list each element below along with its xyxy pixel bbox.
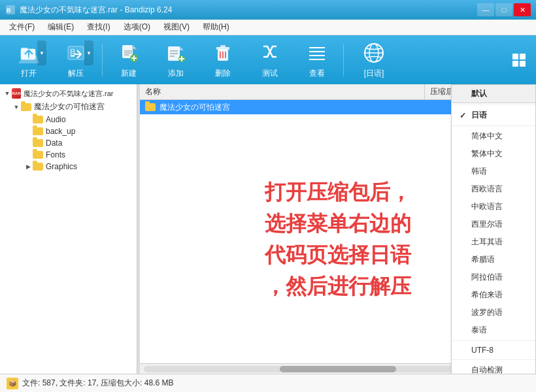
svg-marker-13 [133, 45, 137, 49]
extract-dropdown-arrow[interactable]: ▼ [84, 41, 93, 65]
titlebar: B 魔法少女の不気味な迷宫.rar - Bandizip 6.24 — □ ✕ [0, 0, 536, 20]
test-button[interactable]: 测试 [248, 39, 292, 81]
svg-rect-45 [520, 54, 526, 59]
tree-arrow-graphics: ▶ [24, 162, 33, 171]
menubar: 文件(F) 编辑(E) 查找(I) 选项(O) 视图(V) 帮助(H) [0, 20, 536, 35]
dropdown-item-arabic[interactable]: 阿拉伯语 [452, 269, 535, 286]
statusbar: 📦 文件: 587, 文件夹: 17, 压缩包大小: 48.6 MB [0, 374, 536, 392]
tree-item-root-folder[interactable]: ▼ 魔法少女の可怕迷宫 [0, 100, 137, 114]
add-button[interactable]: 添加 [154, 39, 198, 81]
open-dropdown-arrow[interactable]: ▼ [37, 41, 46, 65]
add-label: 添加 [168, 68, 184, 79]
svg-rect-46 [512, 61, 518, 67]
tree-item-data[interactable]: ▶ Data [0, 137, 137, 149]
file-cell-name: 魔法少女の可怕迷宫 [140, 100, 425, 114]
file-folder-icon [145, 103, 156, 111]
view-label: 查看 [309, 68, 325, 79]
tree-item-fonts[interactable]: ▶ Fonts [0, 149, 137, 161]
delete-button[interactable]: 删除 [201, 39, 245, 81]
overlay-text: 打开压缩包后，选择菜单右边的代码页选择日语，然后进行解压 [252, 163, 424, 315]
toolbar-sep-2 [343, 44, 344, 76]
add-icon [163, 41, 188, 65]
tree-arrow-rar: ▼ [3, 89, 12, 98]
graphics-folder-icon [33, 163, 43, 171]
dropdown-item-traditional-chinese[interactable]: 繁体中文 [452, 145, 535, 163]
dropdown-sep-1 [452, 125, 535, 126]
tree-rar-label: 魔法少女の不気味な迷宫.rar [24, 89, 114, 99]
extract-button[interactable]: ▼ 解压 [54, 39, 98, 81]
tree-data-label: Data [46, 139, 62, 148]
dropdown-item-hebrew[interactable]: 希伯来语 [452, 286, 535, 304]
extract-icon: ▼ [63, 41, 88, 65]
language-dropdown: 默认 ✓ 日语 简体中文 繁体中文 韩语 西欧语言 [451, 84, 536, 374]
tree-audio-label: Audio [46, 115, 66, 124]
file-tree: ▼ RAR 魔法少女の不気味な迷宫.rar ▼ 魔法少女の可怕迷宫 ▶ Audi… [0, 84, 137, 374]
audio-folder-icon [33, 116, 43, 123]
minimize-button[interactable]: — [477, 3, 494, 16]
dropdown-item-central-europe[interactable]: 中欧语言 [452, 198, 535, 216]
dropdown-item-utf8[interactable]: UTF-8 [452, 342, 535, 358]
tree-graphics-label: Graphics [46, 162, 77, 171]
language-label: [日语] [364, 68, 384, 79]
app-icon: B [5, 5, 16, 15]
dropdown-item-baltic[interactable]: 波罗的语 [452, 304, 535, 321]
menu-edit[interactable]: 编辑(E) [41, 20, 80, 34]
menu-find[interactable]: 查找(I) [80, 20, 116, 34]
dropdown-header: 默认 [452, 85, 535, 103]
window-controls: — □ ✕ [477, 3, 531, 16]
window-title: 魔法少女の不気味な迷宫.rar - Bandizip 6.24 [20, 5, 477, 16]
menu-help[interactable]: 帮助(H) [196, 20, 236, 34]
menu-options[interactable]: 选项(O) [117, 20, 157, 34]
tree-item-graphics[interactable]: ▶ Graphics [0, 161, 137, 172]
dropdown-item-auto-detect[interactable]: 自动检测 [452, 361, 535, 374]
open-icon: ▼ [16, 41, 41, 65]
dropdown-item-simplified-chinese[interactable]: 简体中文 [452, 127, 535, 145]
svg-rect-47 [520, 61, 526, 67]
dropdown-item-thai[interactable]: 泰语 [452, 321, 535, 339]
dropdown-item-western-europe[interactable]: 西欧语言 [452, 180, 535, 198]
dropdown-item-japanese[interactable]: ✓ 日语 [452, 106, 535, 124]
dropdown-item-korean[interactable]: 韩语 [452, 163, 535, 180]
col-header-name[interactable]: 名称 [140, 84, 425, 99]
dropdown-sep-3 [452, 359, 535, 360]
scrollbar-thumb[interactable] [280, 366, 396, 372]
tree-arrow-root-folder: ▼ [12, 103, 21, 112]
test-icon [258, 41, 282, 65]
dropdown-item-greek[interactable]: 希腊语 [452, 251, 535, 269]
test-label: 测试 [262, 68, 278, 79]
svg-rect-32 [220, 45, 226, 48]
dropdown-item-turkish[interactable]: 土耳其语 [452, 233, 535, 251]
new-label: 新建 [121, 68, 137, 79]
new-button[interactable]: 新建 [107, 39, 151, 81]
tree-item-backup[interactable]: ▶ back_up [0, 125, 137, 137]
svg-rect-10 [71, 54, 74, 55]
tree-fonts-label: Fonts [46, 150, 65, 159]
view-toggle-button[interactable] [509, 50, 529, 71]
close-button[interactable]: ✕ [514, 3, 531, 16]
data-folder-icon [33, 139, 43, 147]
tree-item-rar[interactable]: ▼ RAR 魔法少女の不気味な迷宫.rar [0, 87, 137, 100]
menu-view[interactable]: 视图(V) [157, 20, 196, 34]
right-panel: 名称 压缩后大 型 魔法少女の可怕迷宫 打开压缩包后，选择菜单右边的 [140, 84, 536, 374]
svg-rect-6 [68, 46, 84, 59]
language-button[interactable]: [日语] [348, 39, 400, 81]
tree-root-folder-label: 魔法少女の可怕迷宫 [34, 101, 105, 112]
root-folder-icon [21, 103, 31, 111]
dropdown-sep-2 [452, 340, 535, 341]
menu-file[interactable]: 文件(F) [3, 20, 41, 34]
status-icon: 📦 [7, 378, 18, 389]
tree-item-audio[interactable]: ▶ Audio [0, 114, 137, 125]
maximize-button[interactable]: □ [495, 3, 512, 16]
rar-icon: RAR [12, 88, 21, 99]
view-button[interactable]: 查看 [295, 39, 339, 81]
open-button[interactable]: ▼ 打开 [7, 39, 51, 81]
open-label: 打开 [21, 68, 37, 79]
backup-folder-icon [33, 127, 43, 135]
toolbar: ▼ 打开 ▼ 解压 [0, 35, 536, 84]
dropdown-sep-top [452, 105, 535, 105]
new-icon [116, 41, 141, 65]
delete-icon [210, 41, 235, 65]
toolbar-sep-1 [102, 44, 103, 76]
view-icon [305, 41, 329, 65]
dropdown-item-cyrillic[interactable]: 西里尔语 [452, 216, 535, 233]
